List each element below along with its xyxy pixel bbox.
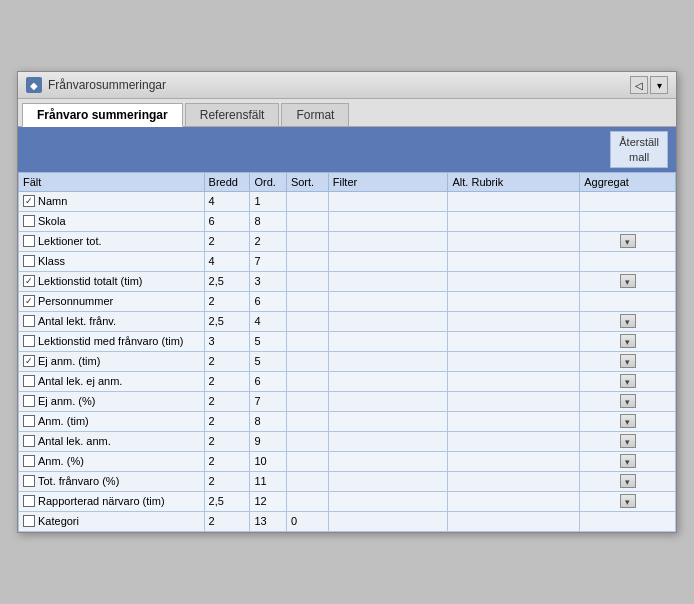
field-altrubrik[interactable] <box>448 251 580 271</box>
field-aggregat[interactable]: ▾ <box>580 491 676 511</box>
field-altrubrik[interactable] <box>448 391 580 411</box>
field-sort[interactable] <box>286 431 328 451</box>
field-sort[interactable] <box>286 291 328 311</box>
aggregat-dropdown-icon[interactable]: ▾ <box>620 234 636 248</box>
aggregat-dropdown-icon[interactable]: ▾ <box>620 314 636 328</box>
field-filter[interactable] <box>328 391 448 411</box>
field-filter[interactable] <box>328 231 448 251</box>
field-sort[interactable] <box>286 391 328 411</box>
field-bredd[interactable]: 2 <box>204 451 250 471</box>
aggregat-dropdown-icon[interactable]: ▾ <box>620 414 636 428</box>
field-altrubrik[interactable] <box>448 511 580 531</box>
field-checkbox[interactable] <box>23 475 35 487</box>
field-aggregat[interactable]: ▾ <box>580 391 676 411</box>
field-ord[interactable]: 4 <box>250 311 286 331</box>
field-altrubrik[interactable] <box>448 491 580 511</box>
nav-dropdown-button[interactable]: ▾ <box>650 76 668 94</box>
aggregat-dropdown-icon[interactable]: ▾ <box>620 474 636 488</box>
field-altrubrik[interactable] <box>448 411 580 431</box>
field-checkbox[interactable] <box>23 215 35 227</box>
field-filter[interactable] <box>328 431 448 451</box>
field-aggregat[interactable]: ▾ <box>580 411 676 431</box>
field-aggregat[interactable]: ▾ <box>580 371 676 391</box>
field-checkbox[interactable] <box>23 435 35 447</box>
field-bredd[interactable]: 2 <box>204 371 250 391</box>
field-ord[interactable]: 6 <box>250 291 286 311</box>
field-bredd[interactable]: 2 <box>204 231 250 251</box>
nav-back-button[interactable]: ◁ <box>630 76 648 94</box>
field-aggregat[interactable]: ▾ <box>580 271 676 291</box>
field-bredd[interactable]: 4 <box>204 251 250 271</box>
field-altrubrik[interactable] <box>448 431 580 451</box>
aggregat-dropdown-icon[interactable]: ▾ <box>620 394 636 408</box>
field-sort[interactable] <box>286 491 328 511</box>
field-sort[interactable] <box>286 211 328 231</box>
tab-franvaro[interactable]: Frånvaro summeringar <box>22 103 183 127</box>
field-bredd[interactable]: 2,5 <box>204 271 250 291</box>
field-altrubrik[interactable] <box>448 331 580 351</box>
field-altrubrik[interactable] <box>448 291 580 311</box>
field-ord[interactable]: 1 <box>250 191 286 211</box>
field-aggregat[interactable]: ▾ <box>580 331 676 351</box>
field-ord[interactable]: 10 <box>250 451 286 471</box>
field-filter[interactable] <box>328 331 448 351</box>
aggregat-dropdown-icon[interactable]: ▾ <box>620 494 636 508</box>
field-altrubrik[interactable] <box>448 191 580 211</box>
field-checkbox[interactable] <box>23 255 35 267</box>
field-bredd[interactable]: 2 <box>204 471 250 491</box>
field-sort[interactable] <box>286 331 328 351</box>
field-bredd[interactable]: 2,5 <box>204 311 250 331</box>
field-sort[interactable] <box>286 271 328 291</box>
field-bredd[interactable]: 2 <box>204 411 250 431</box>
field-ord[interactable]: 7 <box>250 391 286 411</box>
field-checkbox[interactable] <box>23 415 35 427</box>
field-altrubrik[interactable] <box>448 231 580 251</box>
field-ord[interactable]: 8 <box>250 211 286 231</box>
field-altrubrik[interactable] <box>448 351 580 371</box>
field-ord[interactable]: 9 <box>250 431 286 451</box>
field-ord[interactable]: 2 <box>250 231 286 251</box>
aggregat-dropdown-icon[interactable]: ▾ <box>620 354 636 368</box>
field-sort[interactable]: 0 <box>286 511 328 531</box>
field-ord[interactable]: 11 <box>250 471 286 491</box>
aggregat-dropdown-icon[interactable]: ▾ <box>620 374 636 388</box>
field-aggregat[interactable]: ▾ <box>580 431 676 451</box>
field-aggregat[interactable]: ▾ <box>580 351 676 371</box>
field-ord[interactable]: 8 <box>250 411 286 431</box>
field-checkbox[interactable]: ✓ <box>23 295 35 307</box>
aggregat-dropdown-icon[interactable]: ▾ <box>620 334 636 348</box>
field-bredd[interactable]: 2 <box>204 351 250 371</box>
field-filter[interactable] <box>328 311 448 331</box>
field-checkbox[interactable] <box>23 455 35 467</box>
field-filter[interactable] <box>328 211 448 231</box>
field-altrubrik[interactable] <box>448 451 580 471</box>
field-filter[interactable] <box>328 491 448 511</box>
field-sort[interactable] <box>286 231 328 251</box>
field-ord[interactable]: 13 <box>250 511 286 531</box>
field-sort[interactable] <box>286 351 328 371</box>
field-bredd[interactable]: 4 <box>204 191 250 211</box>
field-bredd[interactable]: 2 <box>204 391 250 411</box>
field-filter[interactable] <box>328 271 448 291</box>
field-checkbox[interactable] <box>23 375 35 387</box>
field-checkbox[interactable] <box>23 495 35 507</box>
field-sort[interactable] <box>286 191 328 211</box>
field-aggregat[interactable]: ▾ <box>580 231 676 251</box>
field-altrubrik[interactable] <box>448 371 580 391</box>
field-ord[interactable]: 5 <box>250 331 286 351</box>
field-aggregat[interactable]: ▾ <box>580 451 676 471</box>
field-filter[interactable] <box>328 411 448 431</box>
field-sort[interactable] <box>286 451 328 471</box>
field-filter[interactable] <box>328 351 448 371</box>
field-filter[interactable] <box>328 251 448 271</box>
field-bredd[interactable]: 2,5 <box>204 491 250 511</box>
field-filter[interactable] <box>328 291 448 311</box>
field-checkbox[interactable]: ✓ <box>23 195 35 207</box>
reset-button[interactable]: Återställ mall <box>610 131 668 168</box>
field-altrubrik[interactable] <box>448 211 580 231</box>
field-checkbox[interactable] <box>23 315 35 327</box>
field-aggregat[interactable]: ▾ <box>580 311 676 331</box>
field-filter[interactable] <box>328 471 448 491</box>
field-ord[interactable]: 3 <box>250 271 286 291</box>
field-filter[interactable] <box>328 191 448 211</box>
